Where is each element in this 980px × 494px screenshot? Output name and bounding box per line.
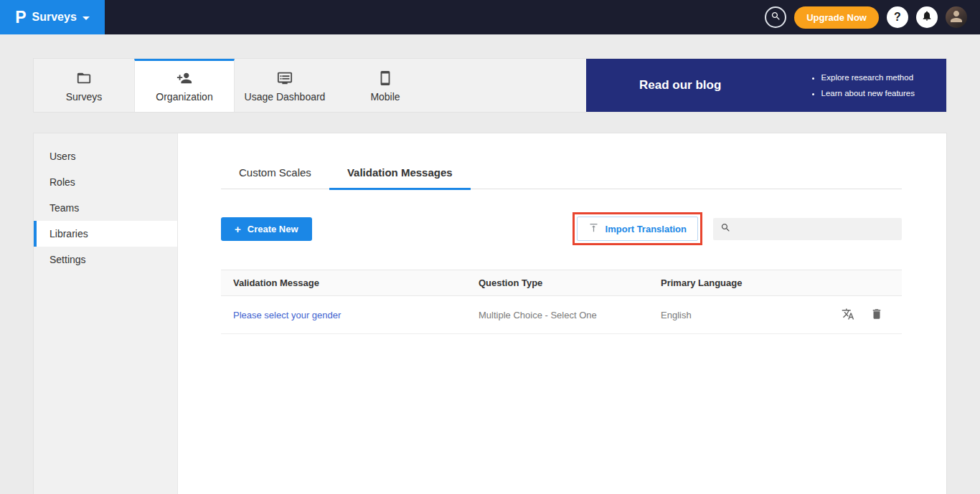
questionpro-logo-icon: P	[15, 9, 26, 26]
search-icon	[771, 11, 781, 24]
question-mark-icon: ?	[894, 11, 901, 24]
nav-tab-label: Mobile	[370, 91, 400, 103]
banner-title: Read our blog	[639, 78, 721, 92]
sidebar-item-roles[interactable]: Roles	[34, 169, 177, 195]
libraries-content: Custom Scales Validation Messages + Crea…	[178, 133, 946, 494]
translate-icon[interactable]	[842, 308, 854, 323]
nav-tab-mobile[interactable]: Mobile	[335, 59, 435, 112]
main-panel: Users Roles Teams Libraries Settings Cus…	[33, 133, 947, 494]
sidebar-item-users[interactable]: Users	[34, 143, 177, 169]
bell-icon	[921, 10, 933, 24]
sidebar-item-teams[interactable]: Teams	[34, 195, 177, 221]
nav-tab-label: Organization	[156, 91, 212, 103]
annotation-highlight: Import Translation	[573, 212, 702, 245]
toolbar: + Create New Import Translation	[221, 212, 902, 245]
table-row: Please select your gender Multiple Choic…	[221, 296, 902, 334]
help-button[interactable]: ?	[887, 6, 908, 28]
nav-tab-organization[interactable]: Organization	[134, 59, 235, 112]
person-add-icon	[176, 70, 192, 86]
primary-language-cell: English	[661, 310, 809, 320]
library-tabs: Custom Scales Validation Messages	[221, 166, 902, 189]
sidebar-item-settings[interactable]: Settings	[34, 247, 177, 272]
trash-icon[interactable]	[870, 308, 883, 323]
nav-tab-label: Usage Dashboard	[245, 91, 326, 103]
search-input[interactable]	[736, 224, 895, 234]
avatar[interactable]	[946, 6, 967, 28]
nav-tab-usage-dashboard[interactable]: Usage Dashboard	[235, 59, 335, 112]
create-new-label: Create New	[248, 224, 298, 234]
validation-messages-table: Validation Message Question Type Primary…	[221, 270, 902, 334]
banner-bullets: Explore research method Learn about new …	[811, 70, 915, 102]
question-type-cell: Multiple Choice - Select One	[479, 310, 661, 320]
table-search	[713, 218, 902, 240]
banner-bullet: Explore research method	[821, 70, 915, 85]
row-actions	[809, 308, 902, 323]
person-icon	[948, 8, 965, 28]
validation-message-link[interactable]: Please select your gender	[233, 310, 479, 320]
topbar: P Surveys Upgrade Now ?	[0, 0, 980, 34]
primary-nav: Surveys Organization Usage Dashboard Mob…	[33, 58, 947, 113]
search-icon	[720, 222, 731, 236]
create-new-button[interactable]: + Create New	[221, 217, 312, 241]
blog-banner[interactable]: Read our blog Explore research method Le…	[586, 59, 946, 112]
sidebar-item-libraries[interactable]: Libraries	[34, 221, 177, 247]
import-translation-label: Import Translation	[606, 224, 687, 234]
banner-bullet: Learn about new features	[821, 85, 915, 101]
upload-icon	[588, 222, 599, 235]
settings-sidebar: Users Roles Teams Libraries Settings	[34, 133, 178, 494]
notifications-button[interactable]	[916, 6, 938, 28]
import-translation-button[interactable]: Import Translation	[577, 217, 698, 241]
column-header-question-type: Question Type	[479, 277, 661, 288]
mobile-icon	[377, 70, 393, 86]
plus-icon: +	[235, 224, 241, 234]
tab-custom-scales[interactable]: Custom Scales	[221, 166, 329, 190]
nav-tab-surveys[interactable]: Surveys	[34, 59, 134, 112]
topbar-actions: Upgrade Now ?	[765, 6, 980, 29]
nav-tab-label: Surveys	[66, 91, 103, 103]
upgrade-now-button[interactable]: Upgrade Now	[794, 6, 879, 29]
column-header-primary-language: Primary Language	[661, 277, 809, 288]
dashboard-icon	[277, 70, 293, 86]
column-header-validation-message: Validation Message	[233, 277, 479, 288]
chevron-down-icon	[83, 16, 90, 20]
product-name: Surveys	[32, 11, 77, 24]
folder-icon	[76, 70, 92, 86]
table-header-row: Validation Message Question Type Primary…	[221, 270, 902, 296]
app-logo-menu[interactable]: P Surveys	[0, 0, 105, 34]
search-button[interactable]	[765, 6, 786, 28]
tab-validation-messages[interactable]: Validation Messages	[329, 166, 471, 190]
